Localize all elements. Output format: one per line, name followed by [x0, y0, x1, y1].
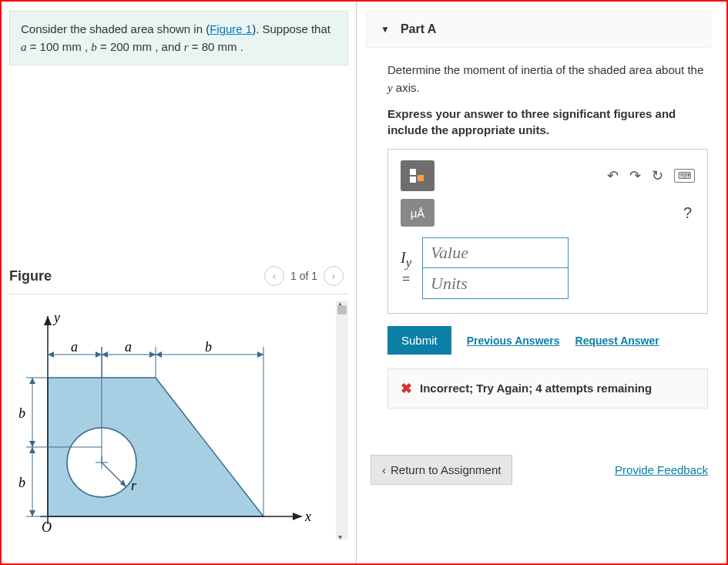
previous-answers-link[interactable]: Previous Answers [467, 335, 560, 347]
svg-marker-26 [29, 441, 35, 447]
label-y: y [52, 310, 60, 325]
svg-rect-33 [410, 177, 416, 183]
svg-marker-9 [293, 513, 302, 520]
request-answer-link[interactable]: Request Answer [575, 335, 659, 347]
svg-marker-15 [48, 351, 54, 358]
answer-box: ↶ ↷ ↻ ⌨ μÅ ? Iy = [387, 149, 708, 314]
sep1: , [82, 40, 92, 53]
label-b-left1: b [18, 405, 25, 421]
figure-divider [9, 294, 348, 294]
label-a1: a [71, 339, 78, 355]
units-input[interactable] [422, 268, 569, 299]
svg-marker-7 [44, 316, 52, 325]
label-b-left2: b [18, 475, 25, 490]
scrollbar-thumb[interactable] [337, 305, 347, 314]
svg-marker-17 [102, 351, 108, 358]
problem-statement: Consider the shaded area shown in (Figur… [9, 11, 348, 66]
val-a: = 100 mm [27, 40, 82, 53]
svg-marker-18 [149, 351, 156, 358]
undo-icon[interactable]: ↶ [607, 167, 619, 184]
part-a-instruction: Determine the moment of inertia of the s… [387, 62, 711, 96]
label-b-top: b [205, 339, 212, 355]
svg-rect-32 [418, 175, 424, 181]
figure-viewport: r y x O [9, 301, 348, 540]
return-label: Return to Assignment [391, 463, 501, 476]
sep2: , and [152, 40, 184, 53]
keyboard-icon[interactable]: ⌨ [674, 169, 695, 183]
figure-title: Figure [9, 268, 52, 284]
templates-button[interactable] [401, 160, 434, 191]
pager-next-button[interactable]: › [324, 266, 344, 286]
figure-pager: ‹ 1 of 1 › [264, 266, 344, 286]
svg-marker-28 [29, 510, 35, 516]
problem-text-1: Consider the shaded area shown in ( [21, 22, 210, 35]
svg-marker-25 [29, 378, 35, 384]
part-a-label: Part A [401, 22, 437, 36]
collapse-icon: ▼ [381, 24, 390, 35]
redo-icon[interactable]: ↷ [629, 167, 641, 184]
pager-label: 1 of 1 [290, 270, 317, 282]
reset-icon[interactable]: ↻ [652, 167, 663, 184]
svg-marker-19 [156, 351, 162, 358]
svg-rect-31 [410, 169, 416, 175]
figure-scrollbar[interactable] [336, 301, 348, 540]
part-a-header[interactable]: ▼ Part A [366, 11, 711, 48]
problem-text-2: ). Suppose that [252, 22, 330, 35]
units-button[interactable]: μÅ [401, 199, 434, 227]
value-input[interactable] [422, 237, 569, 268]
part-a-express: Express your answer to three significant… [387, 106, 711, 138]
return-button[interactable]: ‹ Return to Assignment [371, 455, 512, 485]
val-r: = 80 mm [189, 40, 237, 53]
label-x: x [304, 509, 311, 524]
chevron-left-icon: ‹ [382, 463, 386, 476]
figure-link[interactable]: Figure 1 [210, 22, 252, 35]
var-a: a [21, 41, 27, 53]
svg-marker-16 [96, 351, 102, 358]
svg-marker-27 [29, 447, 35, 453]
label-r: r [131, 478, 137, 493]
figure-diagram: r y x O [9, 301, 333, 540]
submit-button[interactable]: Submit [387, 326, 451, 355]
help-icon[interactable]: ? [683, 204, 695, 222]
val-b: = 200 mm [97, 40, 152, 53]
feedback-text: Incorrect; Try Again; 4 attempts remaini… [420, 380, 652, 396]
iy-symbol: Iy = [401, 249, 411, 288]
var-b: b [91, 41, 97, 53]
label-a2: a [125, 339, 132, 355]
incorrect-icon: ✖ [401, 380, 412, 397]
svg-marker-20 [257, 351, 263, 358]
feedback-box: ✖ Incorrect; Try Again; 4 attempts remai… [387, 368, 708, 409]
period: . [237, 40, 243, 53]
provide-feedback-link[interactable]: Provide Feedback [615, 463, 708, 476]
label-O: O [42, 520, 52, 535]
pager-prev-button[interactable]: ‹ [264, 266, 284, 286]
